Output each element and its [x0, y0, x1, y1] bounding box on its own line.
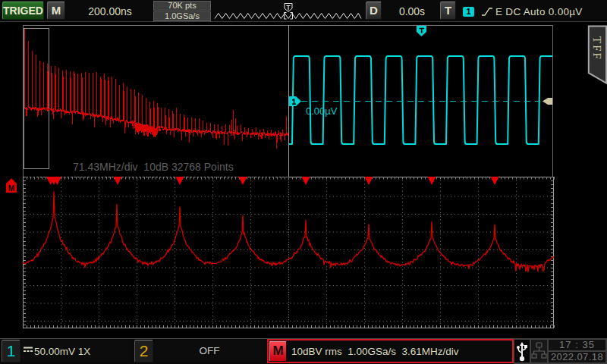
svg-text:M: M — [8, 184, 14, 193]
